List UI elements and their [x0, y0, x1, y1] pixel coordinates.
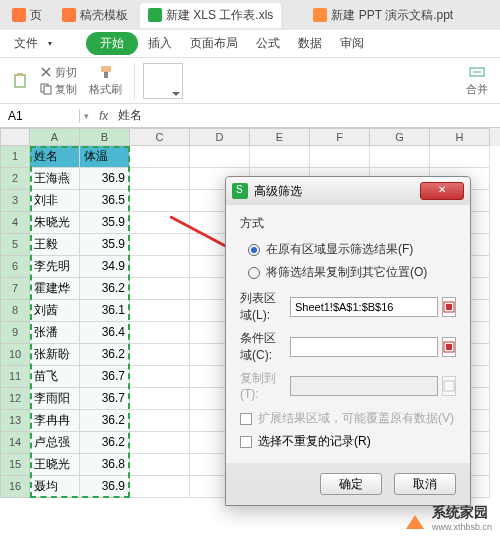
cell[interactable] — [130, 300, 190, 322]
cancel-button[interactable]: 取消 — [394, 473, 456, 495]
menu-data[interactable]: 数据 — [290, 32, 330, 55]
row-header[interactable]: 9 — [0, 322, 30, 344]
fx-icon[interactable]: fx — [93, 109, 114, 123]
cell[interactable]: 体温 — [80, 146, 130, 168]
cell[interactable] — [370, 146, 430, 168]
row-header[interactable]: 3 — [0, 190, 30, 212]
cell[interactable] — [130, 190, 190, 212]
dropdown-icon[interactable]: ▾ — [80, 111, 93, 121]
row-header[interactable]: 10 — [0, 344, 30, 366]
style-preview[interactable] — [143, 63, 183, 99]
row-header[interactable]: 13 — [0, 410, 30, 432]
name-box[interactable]: A1 — [0, 109, 80, 123]
cell[interactable]: 35.9 — [80, 212, 130, 234]
cell[interactable] — [130, 256, 190, 278]
cell[interactable]: 李冉冉 — [30, 410, 80, 432]
criteria-range-input[interactable] — [290, 337, 438, 357]
cell[interactable]: 36.2 — [80, 344, 130, 366]
tab-ppt[interactable]: 新建 PPT 演示文稿.ppt — [305, 3, 461, 28]
cell[interactable]: 36.2 — [80, 432, 130, 454]
cell[interactable]: 36.7 — [80, 366, 130, 388]
paste-button[interactable] — [8, 71, 32, 91]
cell[interactable]: 34.9 — [80, 256, 130, 278]
cell[interactable] — [310, 146, 370, 168]
cell[interactable]: 李雨阳 — [30, 388, 80, 410]
row-header[interactable]: 15 — [0, 454, 30, 476]
ok-button[interactable]: 确定 — [320, 473, 382, 495]
cell[interactable]: 36.5 — [80, 190, 130, 212]
formula-input[interactable] — [114, 109, 500, 123]
cell[interactable]: 刘茜 — [30, 300, 80, 322]
cell[interactable]: 36.2 — [80, 410, 130, 432]
list-range-input[interactable] — [290, 297, 438, 317]
cell[interactable]: 姓名 — [30, 146, 80, 168]
col-header-a[interactable]: A — [30, 128, 80, 146]
tab-xls[interactable]: 新建 XLS 工作表.xls — [140, 3, 281, 28]
row-header[interactable]: 6 — [0, 256, 30, 278]
cell[interactable]: 张新盼 — [30, 344, 80, 366]
tab-home[interactable]: 页 — [4, 3, 50, 28]
cell[interactable] — [250, 146, 310, 168]
cell[interactable] — [130, 322, 190, 344]
row-header[interactable]: 8 — [0, 300, 30, 322]
radio-copy-elsewhere[interactable]: 将筛选结果复制到其它位置(O) — [240, 261, 456, 284]
cell[interactable]: 36.4 — [80, 322, 130, 344]
cell[interactable]: 36.9 — [80, 168, 130, 190]
select-all-corner[interactable] — [0, 128, 30, 146]
cell[interactable]: 张潘 — [30, 322, 80, 344]
cell[interactable]: 卢总强 — [30, 432, 80, 454]
col-header-e[interactable]: E — [250, 128, 310, 146]
row-header[interactable]: 7 — [0, 278, 30, 300]
cell[interactable]: 王毅 — [30, 234, 80, 256]
cell[interactable] — [130, 476, 190, 498]
col-header-b[interactable]: B — [80, 128, 130, 146]
menu-layout[interactable]: 页面布局 — [182, 32, 246, 55]
dialog-titlebar[interactable]: 高级筛选 ✕ — [226, 177, 470, 205]
cell[interactable] — [130, 344, 190, 366]
cell[interactable] — [130, 366, 190, 388]
cell[interactable] — [190, 146, 250, 168]
col-header-c[interactable]: C — [130, 128, 190, 146]
menu-review[interactable]: 审阅 — [332, 32, 372, 55]
cell[interactable]: 35.9 — [80, 234, 130, 256]
cell[interactable] — [130, 432, 190, 454]
cell[interactable]: 苗飞 — [30, 366, 80, 388]
cell[interactable]: 刘非 — [30, 190, 80, 212]
col-header-g[interactable]: G — [370, 128, 430, 146]
cell[interactable] — [430, 146, 490, 168]
cell[interactable] — [130, 234, 190, 256]
cell[interactable] — [130, 146, 190, 168]
row-header[interactable]: 5 — [0, 234, 30, 256]
copy-button[interactable]: 复制 — [40, 82, 77, 97]
cut-button[interactable]: 剪切 — [40, 65, 77, 80]
cell[interactable]: 36.1 — [80, 300, 130, 322]
row-header[interactable]: 16 — [0, 476, 30, 498]
cell[interactable]: 36.8 — [80, 454, 130, 476]
check-unique-records[interactable]: 选择不重复的记录(R) — [240, 430, 456, 453]
col-header-h[interactable]: H — [430, 128, 490, 146]
cell[interactable]: 朱晓光 — [30, 212, 80, 234]
merge-button[interactable]: 合并 — [462, 62, 492, 99]
cell[interactable] — [130, 410, 190, 432]
tab-template[interactable]: 稿壳模板 — [54, 3, 136, 28]
menu-start[interactable]: 开始 — [86, 32, 138, 55]
radio-filter-inplace[interactable]: 在原有区域显示筛选结果(F) — [240, 238, 456, 261]
close-button[interactable]: ✕ — [420, 182, 464, 200]
range-picker-button[interactable] — [442, 297, 456, 317]
cell[interactable]: 聂均 — [30, 476, 80, 498]
cell[interactable]: 霍建烨 — [30, 278, 80, 300]
cell[interactable]: 王海燕 — [30, 168, 80, 190]
cell[interactable]: 36.7 — [80, 388, 130, 410]
format-painter-button[interactable]: 格式刷 — [85, 62, 126, 99]
row-header[interactable]: 11 — [0, 366, 30, 388]
row-header[interactable]: 14 — [0, 432, 30, 454]
range-picker-button[interactable] — [442, 337, 456, 357]
cell[interactable] — [130, 278, 190, 300]
row-header[interactable]: 12 — [0, 388, 30, 410]
row-header[interactable]: 1 — [0, 146, 30, 168]
cell[interactable] — [130, 454, 190, 476]
menu-insert[interactable]: 插入 — [140, 32, 180, 55]
cell[interactable] — [130, 168, 190, 190]
row-header[interactable]: 2 — [0, 168, 30, 190]
col-header-f[interactable]: F — [310, 128, 370, 146]
